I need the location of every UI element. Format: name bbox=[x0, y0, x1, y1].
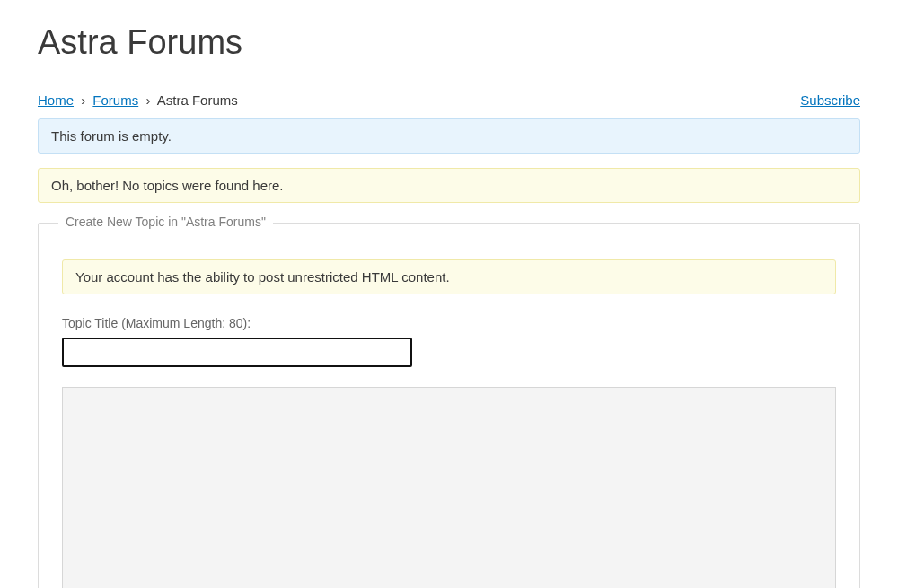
page-title: Astra Forums bbox=[38, 23, 860, 62]
topic-content-editor[interactable] bbox=[62, 387, 836, 588]
breadcrumb-forums-link[interactable]: Forums bbox=[92, 92, 138, 108]
breadcrumb: Home › Forums › Astra Forums bbox=[38, 92, 238, 108]
forum-empty-notice: This forum is empty. bbox=[38, 118, 860, 154]
breadcrumb-separator: › bbox=[81, 92, 85, 108]
breadcrumb-separator: › bbox=[145, 92, 150, 108]
new-topic-fieldset: Create New Topic in "Astra Forums" Your … bbox=[38, 223, 860, 588]
new-topic-legend: Create New Topic in "Astra Forums" bbox=[58, 215, 273, 229]
topic-title-label: Topic Title (Maximum Length: 80): bbox=[62, 316, 836, 330]
no-topics-notice: Oh, bother! No topics were found here. bbox=[38, 168, 860, 203]
breadcrumb-home-link[interactable]: Home bbox=[38, 92, 74, 108]
topic-title-input[interactable] bbox=[62, 338, 412, 367]
breadcrumb-row: Home › Forums › Astra Forums Subscribe bbox=[38, 92, 860, 108]
breadcrumb-current: Astra Forums bbox=[157, 92, 238, 108]
html-capability-notice: Your account has the ability to post unr… bbox=[62, 259, 836, 294]
subscribe-link[interactable]: Subscribe bbox=[800, 92, 860, 108]
